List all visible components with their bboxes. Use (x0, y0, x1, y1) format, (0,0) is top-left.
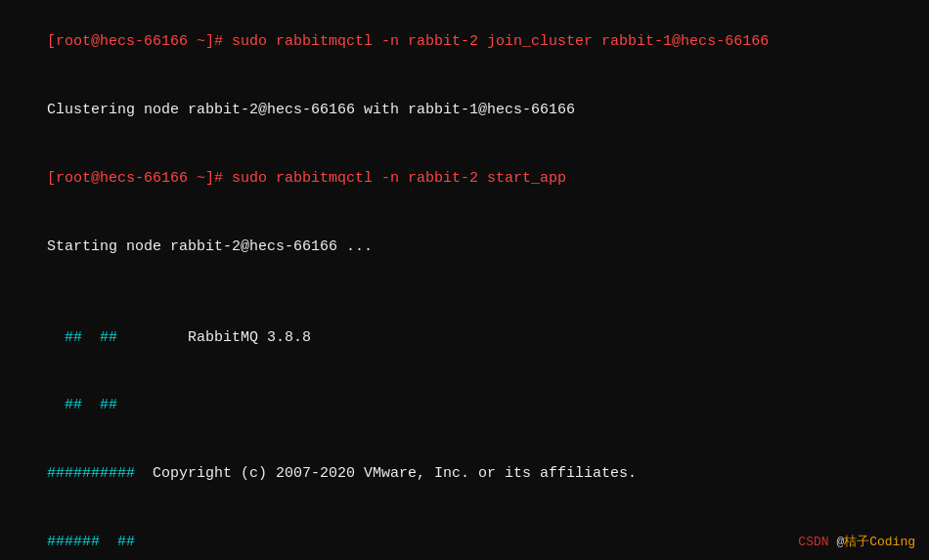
prompt-2: [root@hecs-66166 ~]# sudo rabbitmqctl -n… (47, 170, 566, 187)
line-1: [root@hecs-66166 ~]# sudo rabbitmqctl -n… (12, 8, 917, 76)
empty-1 (12, 280, 917, 303)
watermark-csdn: CSDN (798, 535, 828, 549)
logo-line-1: ## ## RabbitMQ 3.8.8 (12, 303, 917, 371)
watermark-separator: @ (829, 535, 845, 549)
line-4: Starting node rabbit-2@hecs-66166 ... (12, 212, 917, 280)
terminal-window: [root@hecs-66166 ~]# sudo rabbitmqctl -n… (0, 0, 929, 560)
prompt-1: [root@hecs-66166 ~]# sudo rabbitmqctl -n… (47, 33, 769, 50)
logo-line-4: ###### ## (12, 508, 917, 561)
line-2: Clustering node rabbit-2@hecs-66166 with… (12, 76, 917, 145)
logo-line-2: ## ## (12, 371, 917, 440)
watermark-name: 桔子Coding (844, 535, 915, 549)
line-3: [root@hecs-66166 ~]# sudo rabbitmqctl -n… (12, 145, 917, 213)
watermark: CSDN @桔子Coding (798, 533, 915, 550)
logo-line-3: ########## Copyright (c) 2007-2020 VMwar… (12, 440, 917, 508)
